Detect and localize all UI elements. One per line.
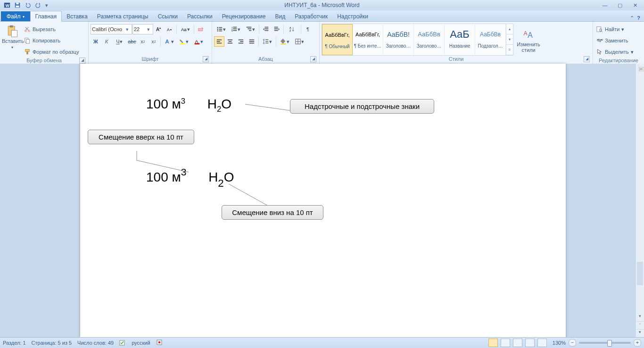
text-effects-icon[interactable]: A▾ (162, 36, 176, 47)
multilevel-list-icon[interactable]: ▾ (243, 24, 257, 34)
format-painter-button[interactable]: Формат по образцу (23, 46, 81, 58)
clipboard-launcher-icon[interactable]: ◢ (79, 58, 85, 64)
grow-font-icon[interactable]: A▴ (154, 24, 164, 34)
clear-formatting-icon[interactable] (196, 24, 206, 34)
scroll-down-icon[interactable]: ▾ (636, 314, 644, 322)
zoom-out-button[interactable]: − (569, 339, 576, 347)
svg-text:A: A (156, 26, 159, 32)
style-item-3[interactable]: АаБбВвЗаголово… (414, 24, 445, 55)
save-icon[interactable] (13, 1, 22, 9)
style-item-4[interactable]: АаБНазвание (445, 24, 475, 55)
bullets-icon[interactable]: ▾ (214, 24, 228, 34)
shrink-font-icon[interactable]: A▾ (165, 24, 175, 34)
zoom-in-button[interactable]: + (634, 339, 641, 347)
minimize-ribbon-icon[interactable]: ⌃ (630, 15, 634, 21)
tab-insert[interactable]: Вставка (62, 11, 92, 21)
status-language[interactable]: русский (132, 340, 150, 346)
increase-indent-icon[interactable] (272, 24, 282, 34)
word-icon[interactable]: W (3, 1, 11, 9)
subscript-icon[interactable]: x2 (138, 36, 148, 47)
style-item-5[interactable]: АаБбВвПодзагол… (475, 24, 506, 55)
tab-references[interactable]: Ссылки (153, 11, 182, 21)
minimize-button[interactable]: — (600, 2, 610, 8)
group-label-styles: Стили (449, 56, 464, 62)
underline-icon[interactable]: Ч ▾ (112, 36, 126, 47)
undo-icon[interactable] (24, 1, 32, 9)
gallery-down-icon[interactable]: ▾ (506, 34, 513, 45)
align-center-icon[interactable] (225, 36, 235, 47)
status-words[interactable]: Число слов: 49 (77, 340, 114, 346)
tab-file[interactable]: Файл▾ (1, 11, 30, 21)
cut-button[interactable]: Вырезать (23, 24, 81, 35)
qat-customize-icon[interactable]: ▾ (44, 1, 49, 9)
group-label-font: Шрифт (141, 56, 158, 62)
font-name-combo[interactable]: Calibri (Осно▾ (91, 24, 132, 34)
redo-icon[interactable] (34, 1, 42, 9)
gallery-more-icon[interactable]: ≡ (506, 45, 513, 55)
view-full-screen-icon[interactable] (501, 339, 510, 347)
sort-icon[interactable]: AZ (285, 24, 299, 34)
italic-icon[interactable]: К (101, 36, 112, 47)
change-styles-button[interactable]: AA Изменить стили (515, 26, 542, 53)
style-item-0[interactable]: АаБбВвГг,¶ Обычный (322, 24, 353, 55)
ruler-toggle-icon[interactable] (638, 65, 644, 73)
numbering-icon[interactable]: 123▾ (229, 24, 243, 34)
vertical-scrollbar[interactable]: ▴ ▾ ◦ ▾ (636, 64, 644, 338)
paragraph-launcher-icon[interactable]: ◢ (310, 56, 316, 62)
status-spellcheck-icon[interactable] (119, 339, 126, 347)
font-color-icon[interactable]: A▾ (191, 36, 206, 47)
align-left-icon[interactable] (214, 36, 224, 47)
paste-button[interactable]: Вставить▾ (2, 23, 23, 50)
decrease-indent-icon[interactable] (261, 24, 271, 34)
tab-mailings[interactable]: Рассылки (182, 11, 217, 21)
find-button[interactable]: Найти ▾ (595, 24, 626, 35)
scroll-thumb[interactable] (637, 262, 643, 285)
strikethrough-icon[interactable]: abc (127, 36, 137, 47)
tab-view[interactable]: Вид (270, 11, 290, 21)
replace-button[interactable]: abacЗаменить (595, 35, 629, 46)
close-button[interactable]: ✕ (630, 2, 640, 8)
view-web-layout-icon[interactable] (513, 339, 522, 347)
zoom-level[interactable]: 130% (553, 340, 566, 346)
style-item-1[interactable]: АаБбВвГг,¶ Без инте… (353, 24, 383, 55)
justify-icon[interactable] (247, 36, 257, 47)
svg-rect-36 (247, 27, 252, 28)
styles-launcher-icon[interactable]: ◢ (584, 56, 590, 62)
select-button[interactable]: Выделить ▾ (595, 46, 635, 58)
next-page-icon[interactable]: ▾ (636, 329, 644, 338)
maximize-button[interactable]: ▢ (615, 2, 625, 8)
svg-point-28 (217, 30, 218, 32)
shading-icon[interactable]: ▾ (278, 36, 292, 47)
superscript-icon[interactable]: x2 (149, 36, 159, 47)
copy-button[interactable]: Копировать (23, 35, 81, 46)
styles-gallery[interactable]: АаБбВвГг,¶ ОбычныйАаБбВвГг,¶ Без инте…Аа… (322, 24, 513, 56)
highlight-icon[interactable]: ▾ (177, 36, 191, 47)
prev-page-icon[interactable]: ◦ (636, 321, 644, 330)
tab-review[interactable]: Рецензирование (217, 11, 271, 21)
tab-developer[interactable]: Разработчик (290, 11, 332, 21)
bold-icon[interactable]: Ж (91, 36, 101, 47)
tab-addins[interactable]: Надстройки (332, 11, 373, 21)
zoom-slider[interactable] (579, 342, 631, 344)
font-launcher-icon[interactable]: ◢ (203, 56, 209, 62)
svg-rect-12 (25, 50, 30, 51)
show-marks-icon[interactable]: ¶ (303, 24, 313, 34)
help-icon[interactable]: ? (637, 15, 640, 21)
status-macro-icon[interactable] (156, 339, 163, 347)
change-case-icon[interactable]: Aa▾ (178, 24, 192, 34)
font-size-combo[interactable]: 22▾ (132, 24, 153, 34)
style-item-2[interactable]: АаБбВ!Заголово… (383, 24, 414, 55)
gallery-up-icon[interactable]: ▴ (506, 24, 513, 34)
status-section[interactable]: Раздел: 1 (3, 340, 26, 346)
svg-point-24 (217, 27, 218, 28)
tab-page-layout[interactable]: Разметка страницы (92, 11, 153, 21)
document-page[interactable]: 100 м3 H2O Надстрочные и подстрочные зна… (80, 64, 566, 338)
line-spacing-icon[interactable]: ▾ (260, 36, 274, 47)
view-print-layout-icon[interactable] (488, 339, 498, 347)
status-page[interactable]: Страница: 5 из 5 (32, 340, 72, 346)
align-right-icon[interactable] (236, 36, 246, 47)
view-draft-icon[interactable] (537, 339, 547, 347)
view-outline-icon[interactable] (525, 339, 535, 347)
borders-icon[interactable]: ▾ (292, 36, 306, 47)
tab-home[interactable]: Главная (30, 11, 62, 22)
